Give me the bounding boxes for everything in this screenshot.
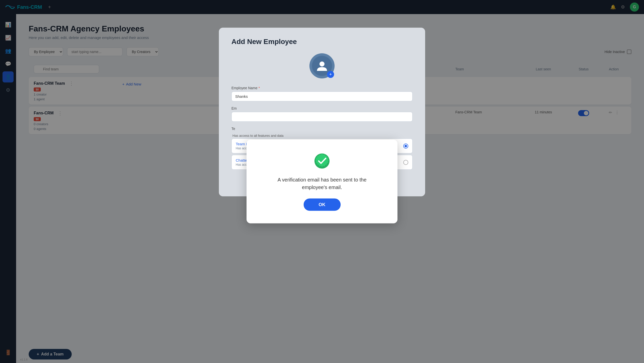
- verify-icon: [313, 152, 331, 170]
- admin-description: Has access to all features and data: [231, 134, 413, 138]
- person-icon: [316, 60, 328, 72]
- name-field-group: Employee Name *: [231, 86, 413, 101]
- svg-point-0: [319, 62, 325, 67]
- verification-popup: A verification email has been sent to th…: [247, 140, 397, 223]
- avatar-plus-icon[interactable]: +: [327, 71, 334, 78]
- email-field-group: Em: [231, 106, 413, 122]
- name-label: Employee Name *: [231, 86, 413, 90]
- ok-button[interactable]: OK: [304, 199, 341, 211]
- chatter-radio[interactable]: [403, 160, 408, 165]
- verification-message: A verification email has been sent to th…: [262, 176, 382, 191]
- required-marker: *: [258, 86, 260, 90]
- email-label: Em: [231, 106, 413, 110]
- employee-email-input[interactable]: [231, 112, 413, 122]
- team-lead-radio[interactable]: [403, 144, 408, 149]
- modal-title: Add New Employee: [231, 38, 413, 46]
- avatar-upload[interactable]: +: [309, 53, 335, 78]
- employee-name-input[interactable]: [231, 92, 413, 101]
- checkmark-svg: [313, 152, 331, 170]
- role-section-title: Te: [231, 127, 413, 131]
